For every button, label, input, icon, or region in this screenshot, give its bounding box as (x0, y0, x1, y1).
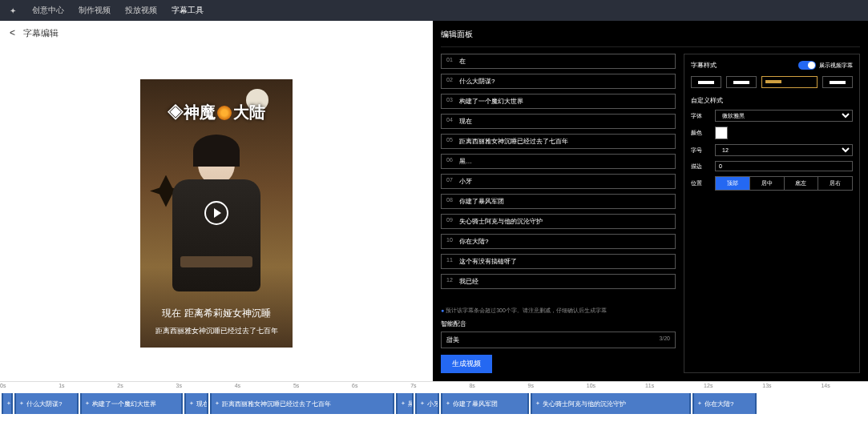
caption-overlay: 現在 距离希莉娅女神沉睡 (140, 307, 293, 320)
page-header: < 字幕编辑 (0, 21, 433, 45)
position-options: 顶部居中底左居右 (715, 176, 853, 191)
ruler-tick: 9s (528, 383, 534, 388)
timeline-clip[interactable]: ✦距离西丽雅女神沉睡已经过去了七百年 (210, 393, 394, 414)
timeline-clip[interactable]: ✦黑… (396, 393, 414, 414)
game-logo: ◈神魔大陆 (140, 102, 293, 123)
timeline: 0s1s2s3s4s5s6s7s8s9s10s11s12s13s14s ✦在✦什… (0, 381, 868, 422)
ruler-tick: 6s (352, 383, 357, 388)
right-panel: 编辑面板 01在02什么大阴谋?03构建了一个魔幻大世界04现在05距离西丽雅女… (433, 21, 868, 381)
subtitle-list: 01在02什么大阴谋?03构建了一个魔幻大世界04现在05距离西丽雅女神沉睡已经… (441, 54, 676, 305)
custom-title: 自定义样式 (691, 96, 853, 105)
font-select[interactable]: 微软雅黑 (715, 110, 853, 122)
timeline-clip[interactable]: ✦你建了暴风军团 (441, 393, 529, 414)
voice-select[interactable]: 甜美3/20 (441, 332, 676, 348)
ruler-tick: 2s (117, 383, 123, 388)
position-option[interactable]: 底左 (785, 177, 819, 190)
style-option[interactable] (822, 76, 853, 88)
subtitle-toggle[interactable]: 展示视频字幕 (798, 61, 853, 70)
ruler-tick: 10s (587, 383, 595, 388)
back-button[interactable]: < (10, 27, 15, 38)
style-option[interactable] (726, 76, 757, 88)
style-option[interactable] (691, 76, 721, 88)
size-select[interactable]: 12 (715, 144, 853, 156)
style-options (691, 76, 853, 88)
stroke-input[interactable] (715, 161, 853, 171)
ruler-tick: 11s (645, 383, 654, 388)
ruler-tick: 4s (235, 383, 240, 388)
nav-item[interactable]: 制作视频 (79, 6, 111, 14)
position-option[interactable]: 居右 (818, 177, 852, 190)
subtitle-line[interactable]: 06黑… (441, 154, 676, 169)
ruler-tick: 13s (762, 383, 771, 388)
subtitle-line[interactable]: 09失心骑士阿克与他的沉沦守护 (441, 214, 676, 229)
subtitle-line[interactable]: 08你建了暴风军团 (441, 194, 676, 209)
subcaption-overlay: 距离西丽雅女神沉睡已经过去了七百年 (140, 326, 293, 336)
top-nav: ✦ 创意中心制作视频投放视频字幕工具 (0, 0, 868, 21)
ruler-tick: 12s (704, 383, 713, 388)
subtitle-line[interactable]: 11这个有没有搞错呀了 (441, 254, 676, 269)
timeline-track: ✦在✦什么大阴谋?✦构建了一个魔幻大世界✦现在✦距离西丽雅女神沉睡已经过去了七百… (0, 393, 868, 414)
subtitle-line[interactable]: 10你在大陆? (441, 234, 676, 249)
subtitle-line[interactable]: 12我已经 (441, 274, 676, 289)
voice-label: 智能配音 (441, 320, 676, 328)
timeline-clip[interactable]: ✦构建了一个魔幻大世界 (80, 393, 183, 414)
color-swatch[interactable] (715, 127, 728, 139)
position-option[interactable]: 顶部 (716, 177, 750, 190)
ruler-tick: 3s (176, 383, 182, 388)
page-title: 字幕编辑 (23, 27, 59, 39)
ruler-tick: 1s (59, 383, 64, 388)
style-option[interactable] (761, 76, 818, 88)
timeline-clip[interactable]: ✦你在大陆? (692, 393, 757, 414)
ruler-tick: 0s (0, 383, 6, 388)
subtitle-line[interactable]: 01在 (441, 54, 676, 69)
generate-button[interactable]: 生成视频 (441, 355, 492, 373)
style-panel: 字幕样式 展示视频字幕 自定义样式 字体微软雅黑 颜色 字号12 描边 位置顶部… (684, 54, 860, 373)
preview-area: ◈神魔大陆 現在 距离希莉娅女神沉睡 距离西丽雅女神沉睡已经过去了七百年 (0, 45, 433, 381)
main: < 字幕编辑 ◈神魔大陆 現在 距离希莉娅女神沉睡 距离西丽雅女神沉睡已经过去了… (0, 21, 868, 381)
logo-icon: ✦ (10, 6, 16, 15)
style-title: 字幕样式 (691, 61, 717, 70)
play-button[interactable] (204, 201, 228, 225)
timeline-clip[interactable]: ✦小牙 (415, 393, 439, 414)
timeline-ruler: 0s1s2s3s4s5s6s7s8s9s10s11s12s13s14s (0, 382, 868, 393)
timeline-clip[interactable]: ✦什么大阴谋? (14, 393, 79, 414)
ruler-tick: 7s (410, 383, 416, 388)
subtitle-line[interactable]: 03构建了一个魔幻大世界 (441, 94, 676, 109)
timeline-clip[interactable]: ✦失心骑士阿克与他的沉沦守护 (531, 393, 691, 414)
timeline-clip[interactable]: ✦在 (2, 393, 13, 414)
subtitle-line[interactable]: 07小牙 (441, 174, 676, 189)
nav-item[interactable]: 投放视频 (125, 6, 157, 14)
timeline-clip[interactable]: ✦现在 (184, 393, 208, 414)
subtitle-line[interactable]: 02什么大阴谋? (441, 74, 676, 89)
ruler-tick: 14s (821, 383, 830, 388)
panel-title: 编辑面板 (441, 26, 860, 47)
subtitle-line[interactable]: 05距离西丽雅女神沉睡已经过去了七百年 (441, 134, 676, 149)
nav-item[interactable]: 创意中心 (32, 6, 64, 14)
ruler-tick: 8s (469, 383, 474, 388)
hint-text: ● 预计该字幕条会超过300个字。请注意删减，仔细确认后生成字幕 (441, 307, 676, 315)
subtitle-line[interactable]: 04现在 (441, 114, 676, 129)
ruler-tick: 5s (293, 383, 299, 388)
position-option[interactable]: 居中 (750, 177, 785, 190)
nav-item[interactable]: 字幕工具 (172, 6, 204, 14)
left-panel: < 字幕编辑 ◈神魔大陆 現在 距离希莉娅女神沉睡 距离西丽雅女神沉睡已经过去了… (0, 21, 433, 381)
video-preview[interactable]: ◈神魔大陆 現在 距离希莉娅女神沉睡 距离西丽雅女神沉睡已经过去了七百年 (140, 79, 293, 348)
